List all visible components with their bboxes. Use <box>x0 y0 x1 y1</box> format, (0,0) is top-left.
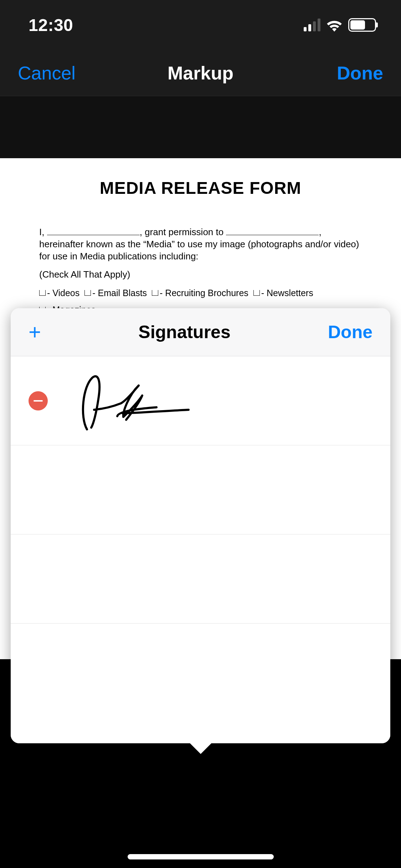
signatures-popover: + Signatures Done <box>11 308 390 743</box>
check-label: - Recruiting Brochures <box>160 287 248 299</box>
delete-signature-button[interactable] <box>29 391 48 410</box>
signature-list[interactable] <box>11 356 390 743</box>
signature-preview[interactable] <box>66 367 194 435</box>
check-label: - Videos <box>47 287 79 299</box>
cellular-icon <box>304 19 320 31</box>
battery-icon <box>348 18 376 32</box>
check-item: - Recruiting Brochures <box>152 287 248 299</box>
popover-title: Signatures <box>138 322 230 342</box>
signature-row[interactable] <box>11 445 390 534</box>
checkbox-icon <box>253 290 260 296</box>
blank-name <box>47 227 140 235</box>
wifi-icon <box>325 18 343 32</box>
doc-text: hereinafter known as the “Media” to use … <box>39 239 359 262</box>
signature-row[interactable] <box>11 356 390 445</box>
signature-row[interactable] <box>11 534 390 624</box>
check-label: - Newsletters <box>261 287 313 299</box>
check-item: - Email Blasts <box>84 287 147 299</box>
status-indicators <box>304 18 376 32</box>
status-bar: 12:30 <box>0 0 401 50</box>
checkbox-icon <box>39 290 46 296</box>
nav-title: Markup <box>168 62 233 84</box>
done-button[interactable]: Done <box>312 62 383 84</box>
cancel-button[interactable]: Cancel <box>18 62 89 84</box>
doc-text: , <box>319 227 321 237</box>
popover-header: + Signatures Done <box>11 308 390 356</box>
check-label: - Email Blasts <box>92 287 147 299</box>
status-time: 12:30 <box>29 15 73 35</box>
home-indicator[interactable] <box>128 854 274 859</box>
doc-text: , grant permission to <box>140 227 226 237</box>
check-item: - Newsletters <box>253 287 313 299</box>
document-body: I, , grant permission to , hereinafter k… <box>39 226 362 315</box>
checkbox-icon <box>84 290 91 296</box>
blank-grantee <box>226 227 319 235</box>
popover-done-button[interactable]: Done <box>328 322 372 342</box>
check-all-label: (Check All That Apply) <box>39 269 362 281</box>
markup-nav-bar: Cancel Markup Done <box>0 50 401 96</box>
checkbox-icon <box>152 290 158 296</box>
document-heading: MEDIA RELEASE FORM <box>39 178 362 198</box>
add-signature-button[interactable]: + <box>29 321 41 343</box>
check-item: - Videos <box>39 287 79 299</box>
doc-text: I, <box>39 227 47 237</box>
